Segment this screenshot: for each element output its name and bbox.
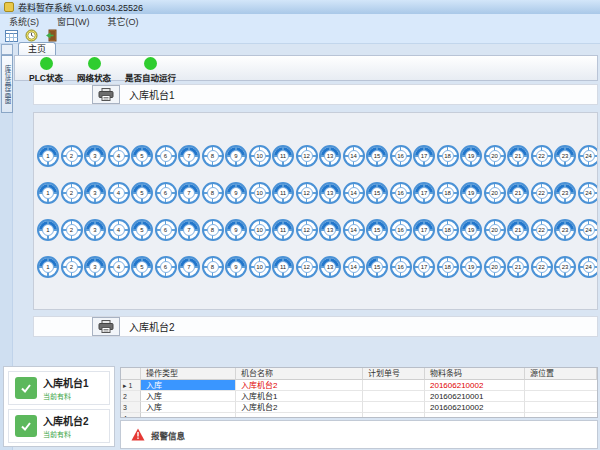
- table-cell[interactable]: 入库机台2: [236, 380, 363, 391]
- toolbar: [0, 28, 600, 44]
- status-label: PLC状态: [29, 71, 63, 83]
- table-cell[interactable]: [363, 380, 425, 391]
- print-button[interactable]: [92, 85, 120, 104]
- slot-number: 15: [371, 150, 383, 162]
- slot-number: 1: [42, 224, 54, 236]
- slot-roll-full: 3: [84, 256, 106, 278]
- slot-number: 18: [442, 261, 454, 273]
- clock-icon[interactable]: [24, 29, 39, 43]
- table-cell[interactable]: 201606210002: [425, 380, 525, 391]
- table-cell[interactable]: 201606210001: [425, 391, 525, 402]
- slot-roll-empty: 4: [108, 145, 130, 167]
- slot-roll-full: 11: [272, 219, 294, 241]
- table-cell[interactable]: 201606210002: [425, 402, 525, 413]
- table-cell[interactable]: [525, 391, 597, 402]
- slot-roll-full: 15: [366, 256, 388, 278]
- status-dot-icon: [144, 57, 157, 70]
- slot-number: 10: [254, 150, 266, 162]
- table-cell[interactable]: 入库: [141, 380, 236, 391]
- status-dot-icon: [88, 57, 101, 70]
- table-row[interactable]: ▸ 1入库入库机台2201606210002: [121, 380, 597, 391]
- slot-number: 10: [254, 224, 266, 236]
- slot-roll-empty: 14: [343, 145, 365, 167]
- slot-number: 8: [207, 224, 219, 236]
- slot-roll-empty: 12: [296, 219, 318, 241]
- slot-roll-full: 15: [366, 182, 388, 204]
- slot-number: 20: [489, 224, 501, 236]
- row-selector-cell[interactable]: ▸ 1: [121, 380, 141, 391]
- slot-number: 15: [371, 224, 383, 236]
- slot-roll-empty: 2: [61, 256, 83, 278]
- slot-number: 7: [183, 187, 195, 199]
- table-cell[interactable]: [525, 402, 597, 413]
- tab-home[interactable]: 主页: [18, 42, 56, 56]
- table-cell[interactable]: [525, 380, 597, 391]
- table-cell[interactable]: [363, 391, 425, 402]
- table-cell[interactable]: 入库: [141, 402, 236, 413]
- slot-number: 19: [465, 150, 477, 162]
- table-row[interactable]: 2入库入库机台1201606210001: [121, 391, 597, 402]
- status-label: 是否自动运行: [125, 71, 176, 83]
- side-panel-tab[interactable]: 库位监控画面: [1, 55, 13, 113]
- slot-number: 24: [583, 187, 595, 199]
- table-cell[interactable]: 入库: [141, 391, 236, 402]
- slot-number: 14: [348, 150, 360, 162]
- print-button[interactable]: [92, 317, 120, 336]
- slot-roll-full: 1: [37, 256, 59, 278]
- row-selector-cell[interactable]: 4: [121, 413, 141, 418]
- slot-roll-full: 15: [366, 219, 388, 241]
- slot-roll-empty: 23: [554, 256, 576, 278]
- table-cell[interactable]: [525, 413, 597, 418]
- slot-number: 21: [512, 187, 524, 199]
- slot-roll-full: 5: [131, 256, 153, 278]
- slot-number: 3: [89, 187, 101, 199]
- table-row[interactable]: 3入库入库机台2201606210002: [121, 402, 597, 413]
- slot-number: 22: [536, 224, 548, 236]
- slot-roll-empty: 21: [507, 256, 529, 278]
- slot-roll-empty: 22: [531, 182, 553, 204]
- slot-roll-empty: 12: [296, 256, 318, 278]
- slot-roll-empty: 6: [155, 182, 177, 204]
- table-cell[interactable]: [363, 402, 425, 413]
- exit-icon[interactable]: [44, 29, 59, 43]
- menu-item[interactable]: 系统(S): [0, 15, 48, 28]
- table-cell[interactable]: 入库机台1: [236, 391, 363, 402]
- slot-roll-empty: 6: [155, 256, 177, 278]
- status-indicator: PLC状态: [29, 56, 63, 83]
- slot-number: 6: [160, 224, 172, 236]
- slot-roll-full: 13: [319, 219, 341, 241]
- slot-roll-empty: 22: [531, 145, 553, 167]
- table-cell[interactable]: 入库机台2: [236, 402, 363, 413]
- slot-number: 5: [136, 187, 148, 199]
- slot-number: 10: [254, 187, 266, 199]
- table-column-header: 计划单号: [363, 368, 425, 380]
- slot-number: 18: [442, 150, 454, 162]
- slot-roll-full: 11: [272, 256, 294, 278]
- slot-number: 20: [489, 187, 501, 199]
- slot-number: 4: [113, 187, 125, 199]
- slot-roll-full: 21: [507, 145, 529, 167]
- menu-item[interactable]: 窗口(W): [48, 15, 99, 28]
- slot-number: 19: [465, 187, 477, 199]
- slot-number: 2: [66, 150, 78, 162]
- slot-number: 7: [183, 261, 195, 273]
- table-cell[interactable]: [141, 413, 236, 418]
- slot-number: 15: [371, 261, 383, 273]
- calendar-icon[interactable]: [4, 29, 19, 43]
- slot-number: 21: [512, 261, 524, 273]
- menu-item[interactable]: 其它(O): [99, 15, 148, 28]
- slot-roll-empty: 16: [390, 256, 412, 278]
- dock-pin-button[interactable]: [1, 44, 13, 55]
- slot-number: 17: [418, 224, 430, 236]
- table-cell[interactable]: [425, 413, 525, 418]
- row-selector-cell[interactable]: 3: [121, 402, 141, 413]
- row-selector-cell[interactable]: 2: [121, 391, 141, 402]
- slot-number: 3: [89, 261, 101, 273]
- table-column-header: 物料条码: [425, 368, 525, 380]
- machine-cards-panel: 入库机台1当前有料入库机台2当前有料: [3, 366, 115, 447]
- slot-row: 1234567891011121314151617181920212223242…: [37, 256, 597, 278]
- table-cell[interactable]: [363, 413, 425, 418]
- table-row[interactable]: 4: [121, 413, 597, 418]
- slot-number: 20: [489, 261, 501, 273]
- table-cell[interactable]: [236, 413, 363, 418]
